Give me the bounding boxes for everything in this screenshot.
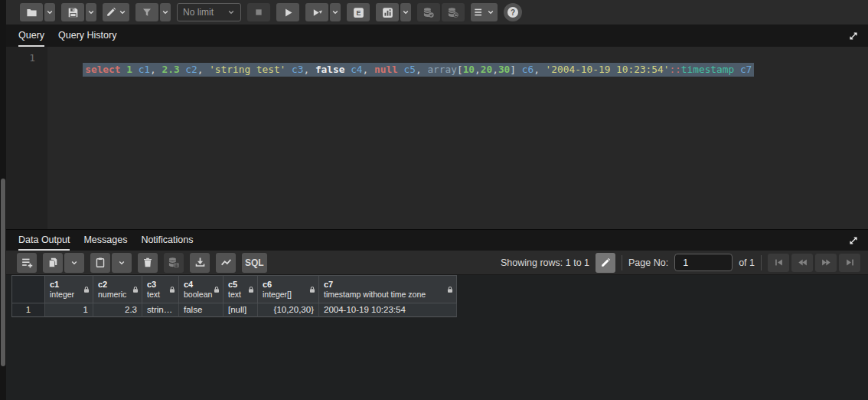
save-file-menu-icon: [87, 8, 95, 16]
save-file-menu-button[interactable]: [86, 3, 96, 21]
toolbar-group: [190, 253, 210, 273]
next-page-button[interactable]: [815, 254, 837, 272]
open-file-button[interactable]: [20, 3, 43, 21]
data-toolbar-buttons: SQL: [17, 253, 267, 273]
tab-query[interactable]: Query: [18, 25, 44, 47]
output-panel-expand-button[interactable]: [848, 235, 859, 246]
open-file-menu-button[interactable]: [44, 3, 55, 21]
sql-token: [132, 64, 139, 75]
cell-c2[interactable]: 2.3: [93, 303, 142, 317]
copy-menu-button[interactable]: [64, 253, 84, 273]
sql-token: ,: [197, 64, 209, 75]
toolbar-divider: [622, 255, 622, 270]
sql-token: 1: [126, 64, 132, 75]
tab-notifications[interactable]: Notifications: [141, 230, 193, 251]
save-results-icon: [194, 257, 206, 268]
column-header-c3[interactable]: c3text: [142, 275, 179, 303]
macros-button[interactable]: [471, 3, 498, 21]
macros-icon: [474, 7, 485, 18]
page-scrollbar[interactable]: [0, 0, 6, 400]
column-name: c5: [228, 279, 245, 290]
execute-to-cursor-button[interactable]: [305, 3, 328, 21]
cell-c3[interactable]: strin…: [142, 303, 179, 317]
column-type: timestamp without time zone: [324, 290, 444, 299]
page-no-label: Page No:: [628, 257, 668, 268]
column-type: boolean: [184, 290, 210, 299]
execute-query-button[interactable]: [276, 3, 299, 21]
cell-c6[interactable]: {10,20,30}: [258, 303, 319, 317]
tab-data-output[interactable]: Data Output: [18, 230, 70, 251]
first-page-button[interactable]: [768, 254, 789, 272]
page-scrollbar-thumb[interactable]: [1, 179, 5, 366]
column-header-c7[interactable]: c7timestamp without time zone: [319, 275, 457, 303]
graph-visualiser-button[interactable]: [216, 253, 236, 273]
column-name: c6: [263, 279, 306, 290]
toolbar-group: [247, 3, 270, 21]
cell-c4[interactable]: false: [179, 303, 224, 317]
filter-menu-button[interactable]: [160, 3, 171, 21]
output-tabbar: Data OutputMessagesNotifications: [6, 230, 868, 251]
save-file-button[interactable]: [61, 3, 84, 21]
edit-row-limit-button[interactable]: [596, 253, 615, 273]
svg-text:E: E: [356, 8, 361, 16]
column-header-c4[interactable]: c4boolean: [179, 275, 224, 303]
explain-button[interactable]: E: [347, 3, 370, 21]
row-limit-select[interactable]: No limit: [177, 3, 241, 21]
explain-menu-button[interactable]: [400, 3, 411, 21]
commit-icon: [423, 7, 435, 18]
sql-token: c6: [522, 64, 534, 75]
column-header-c6[interactable]: c6integer[]: [258, 275, 319, 303]
column-header-c2[interactable]: c2numeric: [93, 275, 142, 303]
editor-gutter: 1: [6, 47, 47, 229]
tab-query-history[interactable]: Query History: [58, 25, 116, 47]
sql-editor[interactable]: 1 select 1 c1, 2.3 c2, 'string test' c3,…: [6, 47, 868, 229]
filter-button[interactable]: [135, 3, 158, 21]
edit-button[interactable]: [103, 3, 129, 21]
paste-menu-button[interactable]: [112, 253, 132, 273]
panel-expand-icon: [848, 31, 859, 41]
cell-c5[interactable]: [null]: [224, 303, 258, 317]
toolbar-group: [135, 3, 171, 21]
save-data-changes-button[interactable]: [164, 253, 184, 273]
cancel-query-button[interactable]: [247, 3, 270, 21]
add-row-button[interactable]: [17, 253, 37, 273]
cell-c1[interactable]: 1: [45, 303, 93, 317]
rollback-button[interactable]: [442, 3, 465, 21]
copy-button[interactable]: [43, 253, 63, 273]
commit-button[interactable]: [417, 3, 440, 21]
view-sql-button[interactable]: SQL: [242, 253, 267, 273]
rollback-icon: [447, 7, 459, 18]
tab-messages[interactable]: Messages: [83, 230, 127, 251]
cell-c7[interactable]: 2004-10-19 10:23:54: [319, 303, 457, 317]
sql-token: 2.3: [162, 64, 179, 75]
query-panel-expand-button[interactable]: [848, 31, 859, 41]
row-limit-value: No limit: [183, 7, 214, 18]
execute-options-menu-button[interactable]: [330, 3, 341, 21]
help-button[interactable]: ?: [504, 3, 522, 21]
toolbar-group: [305, 3, 341, 21]
sql-token: ,: [416, 64, 427, 75]
row-number-cell[interactable]: 1: [11, 303, 45, 317]
graph-visualiser-icon: [220, 257, 232, 268]
toolbar-group: [471, 3, 498, 21]
column-type: text: [147, 290, 166, 299]
delete-row-button[interactable]: [138, 253, 158, 273]
execute-options-menu-icon: [331, 8, 339, 16]
page-number-input[interactable]: [674, 254, 733, 271]
last-page-button[interactable]: [839, 254, 860, 272]
toolbar-group: [138, 253, 158, 273]
column-lock-icon: [132, 285, 139, 293]
column-header-c5[interactable]: c5text: [224, 275, 258, 303]
data-output-toolbar: SQL Showing rows: 1 to 1 Page No: of 1: [6, 251, 868, 275]
save-results-button[interactable]: [190, 253, 210, 273]
macros-caret-icon: [487, 8, 494, 16]
column-type: text: [228, 290, 245, 299]
svg-text:?: ?: [511, 8, 515, 17]
column-name: c4: [184, 279, 210, 290]
previous-page-button[interactable]: [791, 254, 813, 272]
column-header-c1[interactable]: c1integer: [45, 275, 93, 303]
sql-token: 20: [481, 64, 492, 75]
explain-analyze-button[interactable]: [376, 3, 399, 21]
paste-button[interactable]: [90, 253, 110, 273]
toolbar-divider: [761, 255, 762, 270]
